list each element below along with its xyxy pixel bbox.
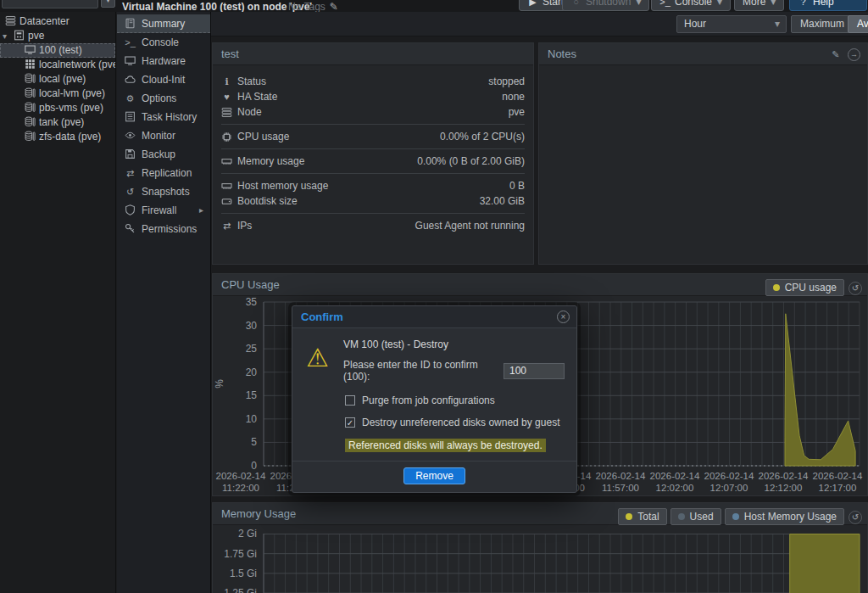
tree-item-tank[interactable]: tank (pve): [0, 115, 115, 130]
db-icon: [25, 131, 36, 142]
shield-icon: [125, 204, 136, 215]
svg-text:2026-02-14: 2026-02-14: [759, 471, 809, 481]
confirm-id-input[interactable]: [504, 363, 565, 379]
menu-item-hardware[interactable]: Hardware: [117, 52, 210, 70]
svg-text:2026-02-14: 2026-02-14: [704, 471, 754, 481]
menu-item-task-history[interactable]: Task History: [117, 108, 210, 126]
status-label: Memory usage: [237, 154, 417, 169]
info-icon: ℹ: [221, 74, 232, 89]
expander-icon[interactable]: ▾: [3, 29, 7, 43]
svg-text:15: 15: [246, 389, 258, 401]
heartbeat-icon: ♥: [221, 89, 232, 104]
console-button[interactable]: >_Console▾: [651, 0, 731, 11]
tree-item-local[interactable]: local (pve): [0, 72, 115, 87]
svg-text:2026-02-14: 2026-02-14: [216, 471, 266, 481]
status-value: none: [502, 89, 525, 104]
destroy-disks-checkbox[interactable]: ✓: [345, 417, 355, 428]
maximum-toggle[interactable]: Maximum: [791, 15, 854, 33]
caret-down-icon: ▾: [106, 0, 111, 4]
chip-icon: [221, 131, 232, 143]
remove-button[interactable]: Remove: [403, 467, 465, 484]
confirm-dialog-header[interactable]: Confirm ×: [292, 306, 576, 328]
db-icon: [25, 102, 36, 113]
tree-item-100[interactable]: 100 (test): [0, 43, 115, 58]
menu-item-label: Snapshots: [142, 186, 190, 198]
memory-usage-panel: Memory Usage TotalUsedHost Memory Usage↺…: [212, 502, 868, 593]
legend-item-cpu-usage[interactable]: CPU usage: [765, 279, 844, 296]
menu-item-permissions[interactable]: Permissions: [117, 220, 210, 238]
notes-panel: Notes ✎ →: [538, 42, 868, 265]
legend-item-total[interactable]: Total: [618, 508, 666, 525]
timeframe-select[interactable]: Hour▾: [676, 15, 787, 33]
tree-item-datacenter[interactable]: Datacenter: [0, 14, 115, 29]
row-divider: [221, 213, 525, 214]
tree-item-label: pve: [28, 30, 44, 42]
svg-text:1.75 Gi: 1.75 Gi: [224, 548, 257, 560]
tree-settings-button[interactable]: ▾: [101, 0, 115, 8]
notes-panel-title: Notes: [548, 48, 576, 60]
floppy-icon: [125, 148, 136, 159]
close-icon[interactable]: ×: [557, 310, 570, 323]
destroy-disks-checkbox-row[interactable]: ✓ Destroy unreferenced disks owned by gu…: [345, 417, 565, 428]
legend-item-host-memory-usage[interactable]: Host Memory Usage: [725, 508, 844, 525]
svg-text:0: 0: [251, 460, 257, 472]
menu-item-cloud-init[interactable]: Cloud-Init: [117, 70, 210, 89]
pencil-icon[interactable]: ✎: [328, 1, 339, 13]
book-icon: [125, 18, 136, 29]
svg-text:12:07:00: 12:07:00: [710, 483, 748, 493]
menu-item-monitor[interactable]: Monitor: [117, 126, 210, 145]
status-row-node: Nodepve: [221, 104, 525, 120]
notes-panel-header: Notes ✎ →: [539, 43, 867, 65]
network-arrows-icon: ⇄: [221, 218, 232, 233]
menu-item-firewall[interactable]: Firewall▸: [117, 201, 210, 220]
menu-item-snapshots[interactable]: ↺Snapshots: [117, 182, 210, 201]
menu-item-options[interactable]: ⚙Options: [117, 89, 210, 108]
tree-item-local-lvm[interactable]: local-lvm (pve): [0, 87, 115, 101]
desktop-icon: [125, 55, 136, 66]
purge-checkbox[interactable]: [345, 395, 355, 406]
tags-label[interactable]: No Tags ✎: [288, 1, 339, 13]
average-toggle[interactable]: Average: [848, 15, 868, 33]
menu-item-label: Firewall: [142, 204, 176, 216]
menu-item-summary[interactable]: Summary: [117, 14, 210, 33]
tree-item-pve[interactable]: ▾pve: [0, 29, 115, 43]
referenced-disks-warning: Referenced disks will always be destroye…: [345, 439, 546, 452]
legend-item-used[interactable]: Used: [670, 508, 721, 525]
view-selector[interactable]: [2, 0, 98, 8]
menu-item-label: Monitor: [142, 130, 175, 142]
menu-item-backup[interactable]: Backup: [117, 145, 210, 164]
svg-text:2 Gi: 2 Gi: [238, 528, 257, 540]
tree-item-label: 100 (test): [39, 44, 82, 56]
tree-item-label: zfs-data (pve): [39, 131, 101, 143]
tree-item-label: local (pve): [39, 73, 86, 85]
purge-checkbox-label: Purge from job configurations: [362, 394, 495, 406]
svg-text:30: 30: [246, 320, 258, 332]
help-button[interactable]: ?Help: [789, 0, 867, 11]
menu-item-label: Permissions: [142, 223, 197, 235]
tree-item-pbs-vms[interactable]: pbs-vms (pve): [0, 101, 115, 115]
tree-item-zfs-data[interactable]: zfs-data (pve): [0, 130, 115, 144]
server-icon: [5, 15, 16, 26]
row-divider: [221, 148, 525, 149]
caret-down-icon: ▾: [775, 16, 780, 32]
status-value: Guest Agent not running: [415, 218, 525, 233]
memory-usage-chart[interactable]: 2 Gi1.75 Gi1.5 Gi1.25 Gi: [213, 525, 867, 593]
destroy-disks-checkbox-label: Destroy unreferenced disks owned by gues…: [362, 417, 559, 428]
tree-item-localnetwork[interactable]: localnetwork (pve): [0, 58, 115, 72]
vm-menu: Summary>_ConsoleHardwareCloud-Init⚙Optio…: [117, 12, 211, 593]
chart-reset-icon[interactable]: ↺: [849, 511, 862, 524]
edit-notes-icon[interactable]: ✎: [830, 44, 841, 65]
purge-checkbox-row[interactable]: Purge from job configurations: [345, 394, 565, 406]
status-panel-title: test: [221, 48, 239, 60]
svg-text:11:57:00: 11:57:00: [602, 483, 639, 493]
db-icon: [25, 73, 36, 84]
shutdown-button[interactable]: ○Shutdown▾: [562, 0, 649, 11]
status-body: ℹStatusstopped♥HA StatenoneNodepveCPU us…: [213, 65, 533, 233]
expand-notes-icon[interactable]: →: [848, 48, 860, 61]
status-row-status: ℹStatusstopped: [221, 74, 525, 89]
menu-item-replication[interactable]: ⇄Replication: [117, 164, 210, 182]
more-button[interactable]: More▾: [734, 0, 784, 11]
tree-item-label: tank (pve): [39, 116, 84, 128]
menu-item-console[interactable]: >_Console: [117, 33, 210, 52]
chart-reset-icon[interactable]: ↺: [849, 282, 862, 295]
